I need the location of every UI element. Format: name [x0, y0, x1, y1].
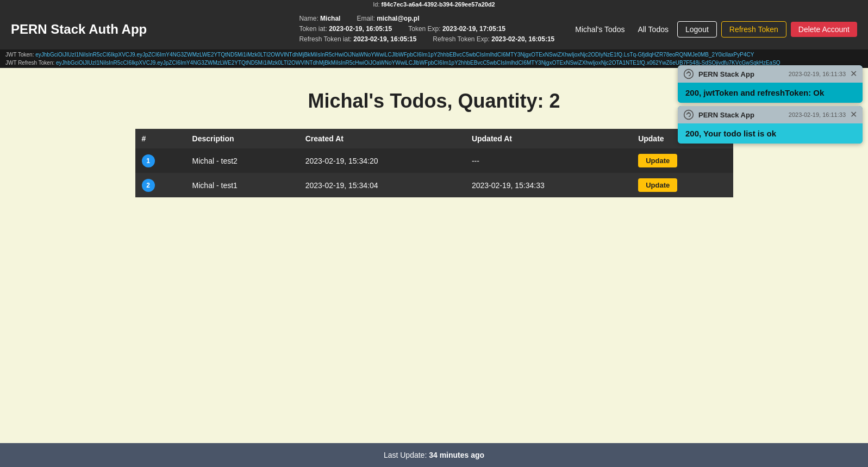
toast-2-icon	[683, 109, 694, 120]
col-created-at: Created At	[299, 129, 465, 148]
col-num: #	[135, 129, 186, 148]
toast-1-close-button[interactable]: ✕	[850, 70, 857, 78]
table-body: 1 Michal - test2 2023-02-19, 15:34:20 --…	[135, 148, 733, 197]
id-bar: Id: f84c7ec3-a6a4-4392-b394-269ee57a20d2	[0, 0, 868, 9]
footer-value: 34 minutes ago	[429, 451, 484, 459]
row-num-badge-1: 2	[142, 179, 155, 192]
refresh-token-button[interactable]: Refresh Token	[721, 21, 786, 38]
svg-point-3	[688, 113, 689, 114]
toast-2-header: PERN Stack App 2023-02-19, 16:11:33 ✕	[678, 106, 863, 123]
svg-point-2	[684, 110, 694, 120]
todos-table: # Description Created At Updated At Upda…	[135, 129, 733, 197]
toast-2-time: 2023-02-19, 16:11:33	[789, 111, 846, 118]
todos-table-container: # Description Created At Updated At Upda…	[135, 129, 733, 197]
nav-buttons: Michal's Todos All Todos Logout Refresh …	[571, 21, 857, 38]
name-label: Name: Michal	[299, 14, 340, 24]
toast-2: PERN Stack App 2023-02-19, 16:11:33 ✕ 20…	[678, 106, 863, 144]
cell-created-1: 2023-02-19, 15:34:04	[299, 173, 465, 197]
svg-point-0	[684, 70, 694, 79]
all-todos-link[interactable]: All Todos	[633, 23, 673, 36]
token-iat-label: Token iat: 2023-02-19, 16:05:15	[299, 24, 392, 34]
id-label: Id:	[373, 1, 379, 8]
refresh-token-iat-value: 2023-02-19, 16:05:15	[353, 35, 416, 43]
toast-2-close-button[interactable]: ✕	[850, 110, 857, 119]
token-exp-label: Token Exp: 2023-02-19, 17:05:15	[408, 24, 505, 34]
cell-created-0: 2023-02-19, 15:34:20	[299, 148, 465, 173]
logout-button[interactable]: Logout	[677, 21, 717, 38]
table-row: 1 Michal - test2 2023-02-19, 15:34:20 --…	[135, 148, 733, 173]
jwt-token-label: JWT Token:	[5, 52, 34, 58]
navbar: PERN Stack Auth App Name: Michal Email: …	[0, 9, 868, 49]
cell-update-1[interactable]: Update	[632, 173, 733, 197]
name-value: Michal	[320, 15, 340, 22]
refresh-token-exp-label: Refresh Token Exp: 2023-02-20, 16:05:15	[433, 34, 554, 45]
toast-1-header: PERN Stack App 2023-02-19, 16:11:33 ✕	[678, 65, 863, 83]
jwt-refresh-token-value: eyJhbGciOiJIUzI1NiIsInR5cCI6IkpXVCJ9.eyJ…	[56, 60, 780, 66]
svg-point-1	[688, 72, 689, 73]
email-label: Email: michal@op.pl	[357, 14, 419, 24]
toast-1-message: 200, jwtToken and refreshToken: Ok	[678, 83, 863, 103]
table-row: 2 Michal - test1 2023-02-19, 15:34:04 20…	[135, 173, 733, 197]
toast-1-app-name: PERN Stack App	[698, 70, 784, 78]
michals-todos-link[interactable]: Michal's Todos	[571, 23, 629, 36]
cell-num-1: 2	[135, 173, 186, 197]
row-num-badge-0: 1	[142, 154, 155, 167]
jwt-token-value: eyJhbGciOiJIUzI1NiIsInR5cCI6IkpXVCJ9.eyJ…	[35, 52, 754, 58]
main-content: Michal's Todos, Quantity: 2 # Descriptio…	[0, 68, 868, 443]
toast-container: PERN Stack App 2023-02-19, 16:11:33 ✕ 20…	[678, 65, 863, 144]
cell-updated-1: 2023-02-19, 15:34:33	[465, 173, 632, 197]
table-header: # Description Created At Updated At Upda…	[135, 129, 733, 148]
update-button-1[interactable]: Update	[638, 178, 677, 192]
cell-num-0: 1	[135, 148, 186, 173]
cell-update-0[interactable]: Update	[632, 148, 733, 173]
cell-description-1: Michal - test1	[186, 173, 299, 197]
col-description: Description	[186, 129, 299, 148]
app-brand: PERN Stack Auth App	[11, 22, 147, 37]
delete-account-button[interactable]: Delete Account	[791, 22, 857, 37]
toast-2-app-name: PERN Stack App	[698, 111, 784, 119]
update-button-0[interactable]: Update	[638, 154, 677, 167]
id-value: f84c7ec3-a6a4-4392-b394-269ee57a20d2	[382, 1, 495, 8]
refresh-token-exp-value: 2023-02-20, 16:05:15	[491, 35, 554, 43]
footer-label: Last Update:	[384, 451, 427, 459]
cell-description-0: Michal - test2	[186, 148, 299, 173]
toast-1: PERN Stack App 2023-02-19, 16:11:33 ✕ 20…	[678, 65, 863, 103]
jwt-refresh-token-label: JWT Refresh Token:	[5, 60, 54, 66]
token-iat-value: 2023-02-19, 16:05:15	[329, 25, 392, 33]
col-updated-at: Updated At	[465, 129, 632, 148]
footer: Last Update: 34 minutes ago	[0, 443, 868, 467]
toast-1-time: 2023-02-19, 16:11:33	[789, 71, 846, 77]
toast-1-icon	[683, 69, 694, 79]
token-exp-value: 2023-02-19, 17:05:15	[442, 25, 505, 33]
cell-updated-0: ---	[465, 148, 632, 173]
toast-2-message: 200, Your todo list is ok	[678, 123, 863, 144]
refresh-token-iat-label: Refresh Token iat: 2023-02-19, 16:05:15	[299, 34, 416, 45]
email-value: michal@op.pl	[377, 15, 419, 22]
user-info: Name: Michal Email: michal@op.pl Token i…	[299, 14, 554, 45]
